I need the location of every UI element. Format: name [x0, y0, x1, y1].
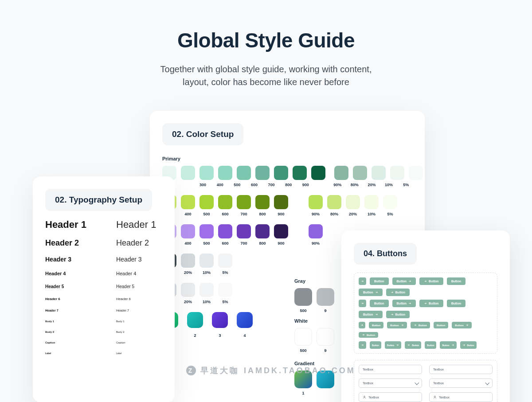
- sample-button[interactable]: Button: [419, 277, 443, 285]
- swatch-label: 20%: [365, 183, 378, 187]
- typo-card-title: 02. Typography Setup: [45, 189, 152, 211]
- sample-button[interactable]: Button: [447, 277, 466, 285]
- typography-regular-sample: Header 2: [116, 238, 149, 248]
- sample-button[interactable]: Button: [425, 341, 436, 349]
- swatch-label: 800: [255, 241, 270, 246]
- swatch-label: 10%: [200, 300, 214, 304]
- color-swatch: [200, 166, 214, 180]
- swatch-label: 90%: [331, 183, 344, 187]
- swatch-label: 600: [218, 241, 232, 246]
- sample-button[interactable]: Button: [370, 300, 389, 307]
- person-icon: [363, 395, 366, 399]
- sample-button[interactable]: Button: [370, 341, 381, 349]
- sample-button[interactable]: Button: [411, 322, 430, 328]
- swatch-label: 500: [231, 183, 244, 187]
- typography-row: Body 2Body 2: [45, 331, 162, 333]
- typography-bold-sample: Header 6: [45, 297, 103, 301]
- color-swatch: [200, 224, 214, 238]
- color-swatch: [218, 195, 232, 209]
- swatch-label: 700: [265, 183, 278, 187]
- typography-regular-sample: Caption: [116, 341, 125, 344]
- color-swatch: [383, 195, 397, 209]
- color-swatch: [200, 254, 214, 268]
- color-swatch: [327, 195, 341, 209]
- color-card-title: 02. Color Setup: [162, 123, 243, 145]
- sample-button[interactable]: Button: [392, 277, 416, 285]
- typography-row: Header 5Header 5: [45, 284, 162, 289]
- sample-button[interactable]: Button: [385, 341, 401, 349]
- typography-bold-sample: Header 4: [45, 271, 103, 276]
- typography-card: 02. Typography Setup Header 1Header 1Hea…: [33, 176, 175, 402]
- sample-button[interactable]: Button: [419, 300, 443, 307]
- sample-button[interactable]: [359, 277, 366, 285]
- color-swatch: [181, 195, 195, 209]
- hero-subtitle: Together with global style guide, workin…: [0, 63, 532, 89]
- typography-bold-sample: Body 1: [45, 320, 103, 323]
- gradient-swatch: [187, 312, 203, 328]
- typography-regular-sample: Header 7: [116, 309, 129, 312]
- swatch-label: 600: [248, 183, 261, 187]
- typography-bold-sample: Header 2: [45, 238, 103, 248]
- textbox-icon-input[interactable]: Textbox: [359, 392, 422, 402]
- sample-button[interactable]: [359, 300, 366, 307]
- color-swatch: [181, 283, 195, 297]
- sample-button[interactable]: Button: [370, 277, 389, 285]
- gradient-column: Gradient 1: [294, 358, 334, 395]
- textbox-input[interactable]: Textbox: [429, 365, 493, 374]
- buttons-card-title: 04. Buttons: [354, 243, 417, 265]
- sample-button[interactable]: Button: [447, 300, 466, 307]
- color-swatch: [334, 166, 348, 180]
- typography-regular-sample: Header 1: [116, 219, 156, 230]
- color-swatch: [237, 195, 251, 209]
- arrow-right-icon: [424, 302, 427, 305]
- swatch-label: 80%: [348, 183, 361, 187]
- color-swatch: [255, 195, 270, 209]
- color-swatch: [409, 166, 423, 180]
- typography-row: LabelLabel: [45, 352, 162, 355]
- person-icon: [433, 395, 437, 399]
- typography-regular-sample: Header 5: [116, 284, 134, 289]
- sample-button[interactable]: [359, 341, 366, 349]
- color-swatch: [218, 283, 232, 297]
- textbox-icon-input[interactable]: Textbox: [429, 392, 493, 402]
- sample-button[interactable]: Button: [386, 311, 410, 318]
- swatch-label: 80%: [327, 212, 341, 216]
- sample-button[interactable]: Button: [460, 341, 477, 349]
- typography-regular-sample: Header 6: [116, 297, 131, 301]
- sample-button[interactable]: [359, 322, 365, 328]
- typography-row: Header 4Header 4: [45, 271, 162, 276]
- sample-button[interactable]: Button: [452, 322, 471, 328]
- typography-bold-sample: Caption: [45, 341, 103, 344]
- sample-button[interactable]: Button: [359, 289, 383, 296]
- sample-button[interactable]: Button: [369, 322, 383, 328]
- arrow-right-icon: [361, 343, 364, 347]
- color-swatch: [274, 195, 288, 209]
- sample-button[interactable]: Button: [387, 322, 407, 328]
- swatch-label: 90%: [309, 212, 323, 216]
- swatch-label: 800: [282, 183, 295, 187]
- sample-button[interactable]: Button: [440, 341, 456, 349]
- color-swatch: [353, 166, 367, 180]
- color-swatch: [309, 224, 323, 238]
- sample-button[interactable]: Button: [359, 332, 378, 338]
- gray-column: Gray 500 9: [294, 276, 334, 313]
- arrow-right-icon: [407, 343, 410, 347]
- sample-button[interactable]: Button: [359, 311, 383, 318]
- textbox-input[interactable]: Textbox: [359, 365, 422, 374]
- arrow-right-icon: [424, 280, 427, 283]
- gradient-label: 3: [212, 333, 228, 338]
- textbox-select[interactable]: Textbox: [429, 379, 493, 388]
- watermark: Z 早道大咖 IAMDK.TAOBAO.COM: [186, 365, 356, 376]
- color-swatch: [255, 166, 270, 180]
- sample-button[interactable]: Button: [434, 322, 448, 328]
- textbox-select[interactable]: Textbox: [359, 379, 422, 388]
- swatch-label: 500: [200, 241, 214, 246]
- swatch-label: 700: [237, 241, 251, 246]
- typography-bold-sample: Header 5: [45, 284, 103, 289]
- color-swatch: [218, 166, 232, 180]
- typography-bold-sample: Header 7: [45, 309, 103, 312]
- sample-button[interactable]: Button: [392, 300, 416, 307]
- sample-button[interactable]: Button: [405, 341, 421, 349]
- sample-button[interactable]: Button: [386, 289, 410, 296]
- svg-point-1: [434, 396, 436, 397]
